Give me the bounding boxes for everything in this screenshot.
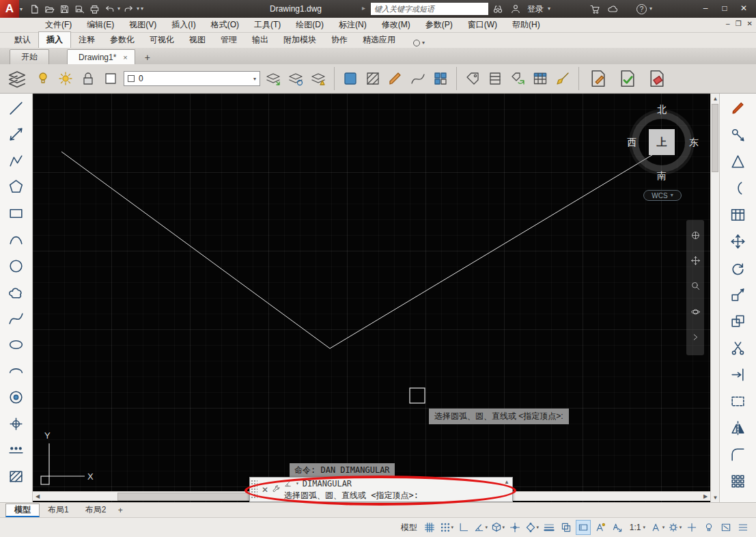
spline-brush-icon[interactable] bbox=[408, 68, 428, 89]
offset-icon[interactable] bbox=[729, 312, 748, 330]
clipboard-icon[interactable] bbox=[486, 68, 505, 89]
lock-icon[interactable] bbox=[79, 68, 98, 89]
menu-insert[interactable]: 插入(I) bbox=[164, 18, 203, 33]
command-prompt[interactable]: 选择圆弧、圆、直线或 <指定顶点>: bbox=[284, 489, 512, 501]
sun-icon[interactable] bbox=[56, 68, 75, 89]
plot-icon[interactable] bbox=[87, 2, 101, 16]
dimension-icon[interactable] bbox=[729, 99, 748, 117]
open-file-icon[interactable] bbox=[42, 2, 56, 16]
app-store-cart-icon[interactable] bbox=[587, 1, 602, 16]
point-icon[interactable] bbox=[7, 415, 26, 432]
annotation-auto-caret-icon[interactable]: ▾ bbox=[662, 525, 665, 530]
osnap-caret-icon[interactable]: ▾ bbox=[537, 525, 540, 530]
viewcube-east-label[interactable]: 东 bbox=[689, 137, 699, 149]
doc-check-icon[interactable] bbox=[615, 68, 641, 89]
app-menu-caret-icon[interactable]: ▾ bbox=[20, 6, 23, 12]
ribbon-tab-collaborate[interactable]: 协作 bbox=[324, 32, 355, 48]
ribbon-tab-insert[interactable]: 插入 bbox=[38, 31, 71, 48]
doc-minimize-button[interactable]: – bbox=[726, 20, 730, 27]
ribbon-display-toggle[interactable]: ▾ bbox=[408, 38, 430, 48]
command-line-window[interactable]: ✕ ▾ DIMANGULAR 选择圆弧、圆、直线或 <指定顶点>: ▲ bbox=[249, 477, 513, 502]
command-recent-icon[interactable]: ▲ bbox=[504, 479, 509, 485]
ellipse-arc-icon[interactable] bbox=[7, 362, 26, 380]
mirror-icon[interactable] bbox=[729, 419, 748, 437]
customization-gear-icon[interactable]: ▾ bbox=[667, 520, 682, 535]
ribbon-tab-default[interactable]: 默认 bbox=[7, 32, 38, 48]
gear-caret-icon[interactable]: ▾ bbox=[680, 525, 682, 530]
command-close-icon[interactable]: ✕ bbox=[262, 485, 268, 495]
angular-dimension-icon[interactable] bbox=[729, 152, 748, 170]
drawing-canvas[interactable]: Y X 上 北 西 东 南 WCS▾ 选择圆弧、圆、直线或 <指定顶点>: 命令… bbox=[33, 94, 710, 502]
table-icon[interactable] bbox=[531, 68, 550, 89]
command-grip-handle[interactable] bbox=[251, 480, 257, 499]
menu-draw[interactable]: 绘图(D) bbox=[288, 18, 331, 33]
layer-color-swatch[interactable] bbox=[101, 68, 120, 89]
viewcube-up-face[interactable]: 上 bbox=[649, 129, 675, 155]
drawn-line-right[interactable] bbox=[330, 154, 654, 348]
bulb-icon[interactable] bbox=[33, 68, 53, 89]
orbit-icon[interactable] bbox=[690, 307, 701, 320]
fillet-icon[interactable] bbox=[729, 445, 748, 463]
ellipse-icon[interactable] bbox=[7, 336, 26, 354]
layout-tab-layout2[interactable]: 布局2 bbox=[77, 504, 115, 517]
donut-icon[interactable] bbox=[7, 389, 26, 407]
line-icon[interactable] bbox=[7, 99, 26, 117]
viewcube-west-label[interactable]: 西 bbox=[627, 137, 636, 149]
ribbon-tab-visualize[interactable]: 可视化 bbox=[142, 32, 182, 48]
menu-help[interactable]: 帮助(H) bbox=[505, 18, 548, 33]
osnap-icon[interactable]: ▾ bbox=[524, 520, 540, 535]
hatch-icon[interactable] bbox=[363, 68, 382, 89]
ribbon-tab-view[interactable]: 视图 bbox=[182, 32, 213, 48]
annotation-auto-icon[interactable]: ▾ bbox=[650, 520, 665, 535]
polygon-icon[interactable] bbox=[7, 178, 26, 196]
layer-stack-green-icon[interactable] bbox=[264, 68, 283, 89]
menu-window[interactable]: 窗口(W) bbox=[460, 18, 505, 33]
ribbon-tab-parametric[interactable]: 参数化 bbox=[102, 32, 142, 48]
pan-icon[interactable] bbox=[690, 256, 701, 268]
arc-length-icon[interactable] bbox=[729, 179, 748, 197]
pencil-icon[interactable] bbox=[386, 68, 405, 89]
layer-stack-blue-icon[interactable] bbox=[286, 68, 305, 89]
file-tab-close-icon[interactable]: × bbox=[123, 53, 127, 61]
minimize-button[interactable]: – bbox=[696, 0, 715, 16]
rotate-icon[interactable] bbox=[729, 259, 748, 277]
doc-close-button[interactable]: ✕ bbox=[747, 20, 753, 27]
doc-restore-button[interactable]: ❐ bbox=[736, 20, 742, 27]
redo-caret-icon[interactable]: ▾ bbox=[137, 6, 139, 12]
polar-icon[interactable]: ▾ bbox=[473, 520, 488, 535]
save-as-icon[interactable] bbox=[72, 2, 86, 16]
new-layout-button[interactable]: + bbox=[114, 506, 126, 515]
annotation-visibility-icon[interactable] bbox=[593, 520, 608, 535]
trim-icon[interactable] bbox=[729, 339, 748, 357]
annotation-scale-icon[interactable] bbox=[610, 520, 625, 535]
layer-edit-icon[interactable] bbox=[4, 68, 30, 89]
clean-screen-icon[interactable] bbox=[718, 520, 733, 535]
redo-icon[interactable] bbox=[122, 2, 135, 16]
revision-cloud-icon[interactable] bbox=[7, 284, 26, 301]
vscroll-thumb[interactable] bbox=[712, 104, 718, 172]
ribbon-tab-addins[interactable]: 附加模块 bbox=[276, 32, 324, 48]
drawn-line-left[interactable] bbox=[61, 152, 330, 348]
rectangle-array-icon[interactable] bbox=[729, 392, 748, 410]
plus-icon[interactable] bbox=[684, 520, 699, 535]
table-tool-icon[interactable] bbox=[729, 206, 748, 223]
command-customize-wrench-icon[interactable] bbox=[272, 484, 281, 496]
move-icon[interactable] bbox=[729, 232, 748, 250]
menu-modify[interactable]: 修改(M) bbox=[374, 18, 418, 33]
app-menu-button[interactable]: A bbox=[0, 0, 19, 18]
viewcube-south-label[interactable]: 南 bbox=[657, 170, 667, 182]
menu-parametric[interactable]: 参数(P) bbox=[418, 18, 460, 33]
sync-tags-icon[interactable] bbox=[508, 68, 527, 89]
grid-icon[interactable] bbox=[422, 520, 437, 535]
ribbon-tab-featured[interactable]: 精选应用 bbox=[355, 32, 403, 48]
ribbon-tab-annotate[interactable]: 注释 bbox=[71, 32, 102, 48]
fullnav-wheel-icon[interactable] bbox=[690, 230, 701, 243]
annotation-scale-value[interactable]: 1:1▾ bbox=[627, 523, 648, 532]
leader-icon[interactable] bbox=[729, 126, 748, 143]
isolate-icon[interactable] bbox=[701, 520, 716, 535]
qat-customize-icon[interactable]: ▾ bbox=[141, 6, 143, 12]
rectangle-icon[interactable] bbox=[7, 204, 26, 222]
hatch-tool-icon[interactable] bbox=[7, 467, 26, 485]
viewcube-north-label[interactable]: 北 bbox=[657, 104, 667, 116]
search-binoculars-icon[interactable] bbox=[490, 1, 505, 16]
